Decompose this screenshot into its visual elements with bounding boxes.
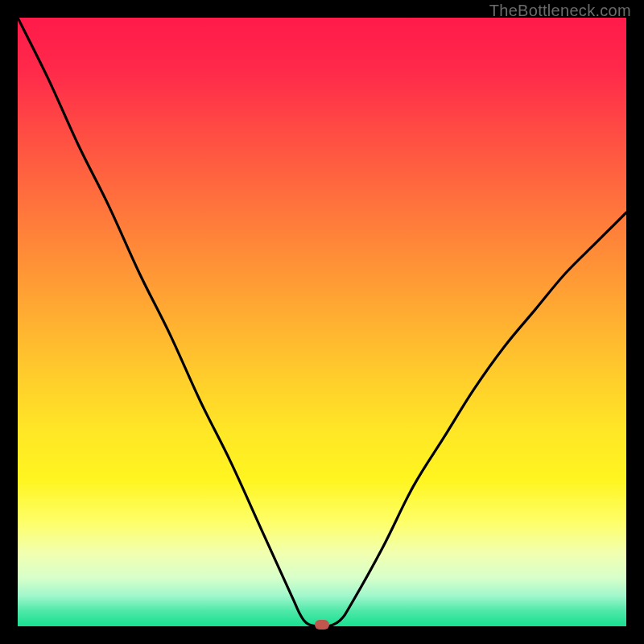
chart-frame: TheBottleneck.com <box>0 0 644 644</box>
bottleneck-curve <box>18 18 626 626</box>
optimal-marker-icon <box>315 620 329 630</box>
